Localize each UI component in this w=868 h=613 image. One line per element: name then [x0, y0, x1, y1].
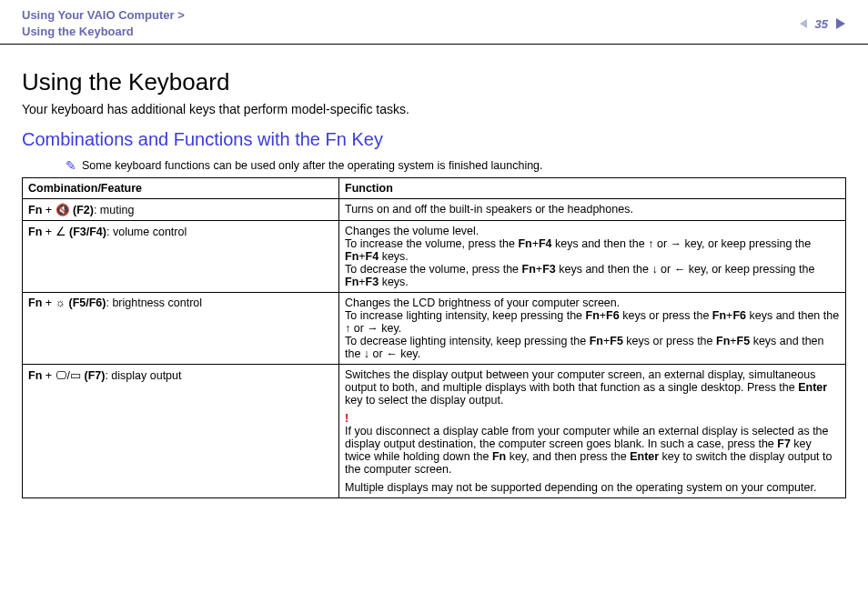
func-cell: Changes the LCD brightness of your compu…: [339, 293, 846, 365]
table-row: Fn + 🖵/▭ (F7): display output Switches t…: [23, 365, 846, 498]
page-title: Using the Keyboard: [22, 68, 846, 96]
right-arrow-icon: →: [367, 322, 378, 335]
func-cell: Switches the display output between your…: [339, 365, 846, 498]
external-display-icon: ▭: [70, 369, 81, 382]
warning-icon: !: [345, 412, 348, 425]
svg-marker-0: [800, 19, 807, 28]
breadcrumb-line1: Using Your VAIO Computer >: [22, 7, 185, 24]
left-arrow-icon: ←: [386, 347, 398, 360]
mute-icon: 🔇: [56, 204, 70, 216]
right-arrow-icon: →: [671, 237, 682, 250]
table-row: Fn + ☼ (F5/F6): brightness control Chang…: [23, 293, 846, 365]
intro-text: Your keyboard has additional keys that p…: [22, 102, 846, 116]
pencil-icon: ✎: [66, 159, 76, 172]
combo-cell: Fn + ∠ (F3/F4): volume control: [23, 221, 339, 293]
combo-cell: Fn + 🔇 (F2): muting: [23, 199, 339, 221]
page-content: Using the Keyboard Your keyboard has add…: [0, 45, 868, 498]
page-nav: 35: [799, 17, 846, 31]
brightness-icon: ☼: [56, 296, 66, 309]
display-icon: 🖵: [56, 369, 67, 382]
note-text: Some keyboard functions can be used only…: [82, 159, 543, 172]
breadcrumb-line2: Using the Keyboard: [22, 24, 185, 40]
svg-marker-1: [836, 18, 845, 29]
volume-icon: ∠: [56, 226, 66, 238]
page-number: 35: [815, 17, 828, 31]
table-row: Fn + ∠ (F3/F4): volume control Changes t…: [23, 221, 846, 293]
header-function: Function: [339, 178, 846, 199]
left-arrow-icon: ←: [674, 263, 686, 276]
func-cell: Changes the volume level. To increase th…: [339, 221, 846, 293]
page-header: Using Your VAIO Computer > Using the Key…: [0, 0, 868, 45]
combo-cell: Fn + ☼ (F5/F6): brightness control: [23, 293, 339, 365]
fn-key-table: Combination/Feature Function Fn + 🔇 (F2)…: [22, 177, 846, 498]
combo-cell: Fn + 🖵/▭ (F7): display output: [23, 365, 339, 498]
prev-page-icon[interactable]: [799, 18, 810, 29]
section-title: Combinations and Functions with the Fn K…: [22, 129, 846, 150]
note-row: ✎ Some keyboard functions can be used on…: [66, 159, 846, 172]
table-row: Fn + 🔇 (F2): muting Turns on and off the…: [23, 199, 846, 221]
header-combination: Combination/Feature: [23, 178, 339, 199]
breadcrumb: Using Your VAIO Computer > Using the Key…: [22, 7, 185, 40]
table-header-row: Combination/Feature Function: [23, 178, 846, 199]
func-cell: Turns on and off the built-in speakers o…: [339, 199, 846, 221]
next-page-icon[interactable]: [833, 17, 846, 30]
